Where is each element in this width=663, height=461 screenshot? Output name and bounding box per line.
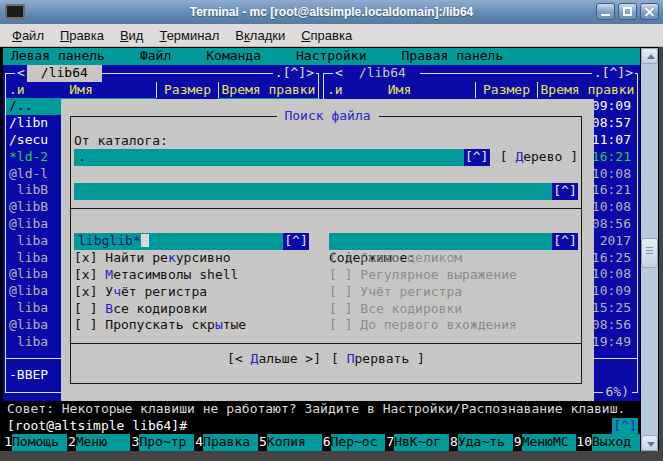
find-file-dialog: Поиск файла От каталога: .[^][ Дерево ] …	[61, 99, 594, 401]
scroll-up-button[interactable]	[641, 48, 658, 64]
case-sensitive-checkbox[interactable]: [x] Учёт регистра	[74, 284, 207, 301]
left-panel-path[interactable]: /lib64	[27, 65, 102, 82]
column-name[interactable]: Имя	[388, 82, 411, 97]
window-title: Terminal - mc [root@altsimple.localdomai…	[0, 5, 663, 19]
function-key[interactable]: 10Выход	[576, 434, 640, 451]
function-key[interactable]: 4Правка	[194, 434, 258, 451]
shell-prompt[interactable]: [root@altsimple lib64]#[^]	[7, 418, 641, 435]
mc-menubar: Левая панель Файл Команда Настройки Прав…	[3, 48, 640, 65]
tree-button[interactable]: [ Дерево ]	[500, 149, 578, 166]
chevron-down-icon	[647, 442, 655, 447]
content-case-sensitive-checkbox: [ ] Учёт регистра	[329, 284, 462, 301]
function-key[interactable]: 2Меню	[67, 434, 131, 451]
gtk-menu-item[interactable]: Файл	[4, 26, 52, 45]
mc-menu-item[interactable]: Левая панель	[11, 48, 105, 65]
gtk-menu-item[interactable]: Вкладки	[227, 26, 293, 45]
content-input[interactable]	[329, 233, 552, 250]
terminal-window: Terminal - mc [root@altsimple.localdomai…	[0, 0, 663, 461]
next-button[interactable]: [< Дальше >]	[227, 351, 321, 368]
history-button[interactable]: [^]	[552, 233, 578, 250]
right-panel-header: .иИмя Размер Время правки	[324, 82, 637, 99]
panel-scroll-right-marker[interactable]: .[^]>	[273, 65, 316, 82]
chevron-up-icon	[647, 54, 655, 59]
column-mtime[interactable]: Время правки	[537, 82, 637, 99]
find-recursive-checkbox[interactable]: [x] Найти рекурсивно	[74, 250, 231, 267]
terminal-area: Левая панель Файл Команда Настройки Прав…	[0, 47, 663, 451]
ignore-directories-input[interactable]	[74, 183, 552, 200]
text-cursor	[141, 234, 149, 247]
gtk-menu-item[interactable]: Правка	[52, 26, 112, 45]
regexp-checkbox: [ ] Регулярное выражение	[329, 267, 517, 284]
from-directory-input[interactable]: .	[74, 149, 464, 166]
close-button[interactable]	[640, 3, 659, 20]
minimize-icon	[601, 14, 610, 16]
sort-indicator[interactable]: .и	[9, 82, 25, 99]
column-size[interactable]: Размер	[156, 82, 218, 99]
free-space-indicator: 6%)	[603, 384, 632, 401]
function-key[interactable]: 8Уда~ть	[449, 434, 513, 451]
column-mtime[interactable]: Время правки	[218, 82, 318, 99]
skip-hidden-checkbox[interactable]: [ ] Пропускать скрытые	[74, 317, 246, 334]
title-bar[interactable]: Terminal - mc [root@altsimple.localdomai…	[0, 0, 663, 24]
right-panel-path[interactable]: /lib64	[345, 65, 420, 82]
mc-menu-item[interactable]: Правая панель	[401, 48, 503, 65]
function-key[interactable]: 6Пер~ос	[322, 434, 386, 451]
panel-scroll-right-marker[interactable]: .[^]>	[592, 65, 635, 82]
first-hit-checkbox: [ ] До первого вхождения	[329, 317, 517, 334]
scrollbar-thumb[interactable]	[641, 238, 658, 268]
function-key[interactable]: 9МенюМС	[513, 434, 577, 451]
function-key[interactable]: 3Про~тр	[130, 434, 194, 451]
function-key[interactable]: 7НвК~ог	[385, 434, 449, 451]
dialog-title: Поиск файла	[276, 108, 378, 125]
abort-button[interactable]: [ Прервать ]	[331, 351, 425, 368]
hint-line: Совет: Некоторые клавиши не работают? За…	[7, 401, 625, 418]
whole-words-checkbox: [ ] Слово целиком	[329, 250, 462, 267]
mc-screen: Левая панель Файл Команда Настройки Прав…	[3, 48, 641, 451]
sort-indicator[interactable]: .и	[327, 82, 343, 99]
panel-scroll-left-marker[interactable]: <	[333, 65, 345, 82]
shell-patterns-checkbox[interactable]: [x] Метасимволы shell	[74, 267, 238, 284]
prompt-history-button[interactable]: [^]	[612, 418, 638, 435]
gtk-menu-item[interactable]: Терминал	[151, 26, 227, 45]
window-bottom-edge	[0, 451, 663, 461]
maximize-icon	[623, 7, 632, 16]
from-directory-label: От каталога:	[74, 133, 578, 150]
all-charsets-checkbox[interactable]: [ ] Все кодировки	[74, 301, 207, 318]
function-key-bar: 1Помощь 2Меню 3Про~тр 4Правка 5Копия 6Пе…	[3, 434, 640, 451]
mc-menu-item[interactable]: Файл	[140, 48, 171, 65]
terminal-icon	[5, 4, 25, 19]
history-button[interactable]: [^]	[464, 149, 490, 166]
maximize-button[interactable]	[618, 3, 637, 20]
terminal-scrollbar[interactable]	[641, 48, 658, 451]
minimize-button[interactable]	[596, 3, 615, 20]
mc-menu-item[interactable]: Настройки	[296, 48, 366, 65]
function-key[interactable]: 1Помощь	[3, 434, 67, 451]
gtk-menubar: Файл Правка Вид Терминал Вкладки Справка	[0, 24, 663, 47]
column-name[interactable]: Имя	[69, 82, 92, 97]
history-button[interactable]: [^]	[283, 233, 309, 250]
scroll-down-button[interactable]	[641, 435, 658, 451]
mc-menu-item[interactable]: Команда	[206, 48, 261, 65]
gtk-menu-item[interactable]: Справка	[293, 26, 360, 45]
panel-scroll-left-marker[interactable]: <	[15, 65, 27, 82]
filename-pattern-input[interactable]: libglib*	[74, 233, 283, 250]
gtk-menu-item[interactable]: Вид	[112, 26, 152, 45]
content-all-charsets-checkbox: [ ] Все кодировки	[329, 301, 462, 318]
window-edge	[659, 47, 663, 451]
dialog-separator	[70, 343, 582, 344]
column-size[interactable]: Размер	[475, 82, 537, 99]
left-panel-header: .иИмя Размер Время правки	[6, 82, 318, 99]
mini-status: -ВВЕР	[9, 367, 48, 384]
dialog-separator	[70, 208, 582, 209]
function-key[interactable]: 5Копия	[258, 434, 322, 451]
history-button[interactable]: [^]	[552, 183, 578, 200]
